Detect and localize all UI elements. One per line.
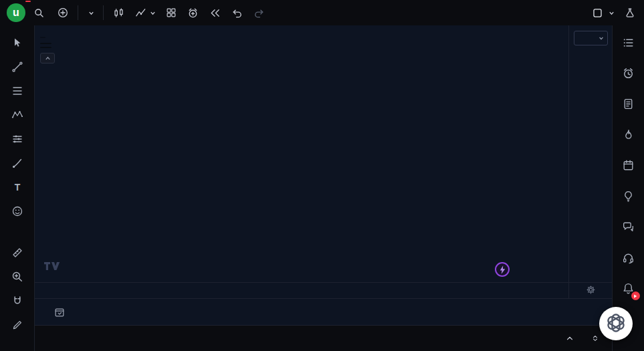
tradingview-logo-icon[interactable] [43, 260, 63, 274]
drawing-toolbar: T [0, 25, 35, 351]
support-button[interactable] [617, 247, 640, 270]
fib-retracement-icon [11, 84, 24, 100]
tradingview-app: u [0, 0, 644, 351]
search-icon [33, 7, 45, 19]
emoji-tool-button[interactable] [7, 202, 27, 222]
indicators-icon [134, 7, 147, 19]
ema-fast-legend-row[interactable] [40, 43, 51, 44]
undo-icon [231, 7, 243, 19]
time-axis-scale[interactable] [35, 283, 568, 298]
account-menu-button[interactable]: u [4, 2, 28, 23]
headset-icon [621, 251, 635, 267]
time-axis [35, 282, 612, 298]
chatgpt-extension-bubble[interactable] [599, 307, 633, 340]
calendar-icon [621, 158, 635, 174]
right-sidebar [612, 25, 644, 351]
panel-maximize-button[interactable] [586, 331, 604, 346]
chart-legend [40, 31, 55, 64]
topbar-right [588, 4, 640, 21]
divider [103, 5, 104, 20]
alarm-clock-icon [621, 66, 635, 82]
notes-icon [621, 97, 635, 113]
measure-tool-button[interactable] [7, 243, 27, 263]
layout-square-icon [592, 7, 603, 19]
price-change-text [40, 37, 45, 38]
cursor-tool-button[interactable] [7, 33, 27, 53]
timeframe-menu-button[interactable] [84, 7, 98, 19]
axis-corner[interactable] [568, 283, 612, 298]
watchlist-button[interactable] [617, 32, 640, 55]
price-chart-svg[interactable] [35, 25, 568, 282]
ideas-button[interactable] [617, 186, 640, 209]
ruler-icon [11, 246, 24, 261]
chat-button[interactable] [617, 217, 640, 239]
text-tool-button[interactable]: T [7, 178, 27, 198]
candlestick-chart-icon [112, 7, 125, 19]
watchlist-icon [621, 35, 635, 51]
compare-add-symbol-button[interactable] [53, 4, 73, 21]
bottom-panel [35, 325, 612, 351]
emoji-smiley-icon [11, 205, 24, 220]
ema-slow-legend-row[interactable] [40, 47, 51, 48]
range-toolbar [35, 298, 612, 325]
chevron-down-icon [599, 33, 604, 43]
indicators-button[interactable] [130, 4, 160, 22]
bar-replay-button[interactable] [205, 4, 225, 22]
chatgpt-logo-icon [606, 313, 626, 335]
trend-line-tool-button[interactable] [7, 57, 27, 78]
chevron-down-icon [150, 10, 156, 16]
undo-button[interactable] [227, 4, 247, 22]
wealthy-education-logo: u [7, 3, 25, 22]
chart-type-button[interactable] [108, 4, 129, 22]
lightbulb-icon [621, 189, 635, 205]
cursor-icon [11, 36, 24, 51]
hotlists-button[interactable] [617, 124, 640, 147]
recording-badge-icon [631, 291, 640, 300]
features-button[interactable] [620, 4, 640, 21]
lightning-event-badge[interactable] [495, 262, 510, 277]
pencil-icon [11, 318, 24, 334]
chart-column [35, 25, 612, 351]
text-icon: T [11, 181, 24, 196]
redo-button[interactable] [249, 4, 270, 22]
plus-circle-icon [57, 7, 69, 19]
zoom-in-tool-button[interactable] [7, 267, 27, 287]
price-axis[interactable] [568, 25, 612, 282]
currency-select[interactable] [574, 31, 608, 45]
calendar-button[interactable] [617, 155, 640, 178]
chevron-down-icon [609, 10, 615, 16]
gann-pattern-tool-button[interactable] [7, 130, 27, 150]
brush-tool-button[interactable] [7, 154, 27, 174]
alert-clock-icon [187, 7, 199, 19]
go-to-date-icon [53, 306, 66, 318]
panel-controls [561, 331, 604, 346]
legend-collapse-button[interactable] [40, 53, 55, 64]
alerts-button[interactable] [617, 63, 640, 86]
layout-grid-button[interactable] [161, 4, 181, 21]
chevron-down-icon [88, 10, 94, 16]
fib-retracement-tool-button[interactable] [7, 82, 27, 102]
symbol-search-button[interactable] [29, 5, 51, 21]
xabcd-pattern-tool-button[interactable] [7, 106, 27, 126]
news-button[interactable] [617, 94, 640, 116]
zoom-in-icon [11, 270, 24, 285]
svg-text:T: T [14, 182, 20, 193]
chevron-up-icon [565, 334, 574, 343]
trend-line-icon [11, 60, 24, 76]
notifications-button[interactable] [617, 278, 640, 301]
topbar-left: u [4, 2, 270, 23]
divider [78, 5, 78, 20]
flame-icon [621, 128, 635, 144]
layout-manage-button[interactable] [588, 5, 619, 21]
maximize-panel-icon [591, 334, 600, 343]
create-alert-button[interactable] [183, 4, 203, 22]
replay-rewind-icon [209, 7, 221, 19]
panel-expand-button[interactable] [561, 331, 578, 346]
xabcd-pattern-icon [11, 108, 24, 124]
flask-icon [624, 7, 636, 19]
chart-canvas[interactable] [35, 25, 568, 282]
magnet-tool-button[interactable] [7, 291, 27, 312]
go-to-date-button[interactable] [49, 304, 70, 321]
edit-drawings-tool-button[interactable] [7, 316, 27, 336]
chart-row [35, 25, 612, 282]
